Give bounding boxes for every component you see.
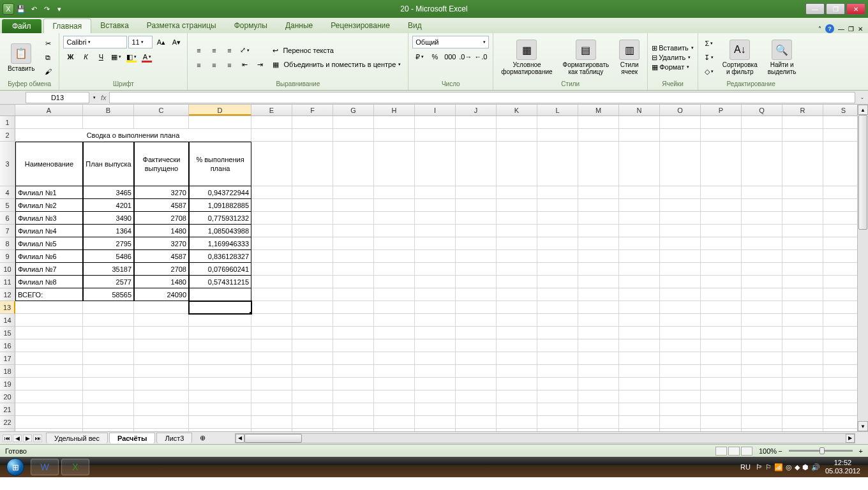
cell-I2[interactable]	[415, 129, 456, 142]
format-cells-button[interactable]: ▦ Формат▾	[652, 63, 694, 71]
cell-K5[interactable]	[497, 199, 537, 212]
cell-F13[interactable]	[292, 301, 333, 314]
cell-O17[interactable]	[660, 352, 701, 365]
cell-H23[interactable]	[374, 429, 415, 431]
zoom-in-icon[interactable]: +	[859, 447, 863, 455]
doc-close-icon[interactable]: ✕	[858, 26, 863, 33]
cell-C22[interactable]	[134, 416, 189, 429]
formula-input[interactable]	[109, 92, 855, 103]
cell-F16[interactable]	[292, 339, 333, 352]
cell-G6[interactable]	[333, 212, 374, 225]
cell-O3[interactable]	[660, 142, 701, 186]
cell-E2[interactable]	[251, 129, 292, 142]
grow-font-icon[interactable]: A▴	[154, 36, 168, 48]
cell-N23[interactable]	[619, 429, 660, 431]
copy-icon[interactable]: ⧉	[41, 51, 55, 64]
name-box[interactable]: D13	[26, 92, 89, 103]
format-painter-icon[interactable]: 🖌	[41, 65, 55, 78]
cell-G16[interactable]	[333, 339, 374, 352]
cell-K15[interactable]	[497, 327, 537, 339]
cell-Q16[interactable]	[742, 339, 782, 352]
cell-K12[interactable]	[497, 288, 537, 301]
cell-R20[interactable]	[782, 390, 823, 403]
cell-A9[interactable]: Филиал №6	[15, 250, 83, 263]
cell-I13[interactable]	[415, 301, 456, 314]
col-header-A[interactable]: A	[15, 105, 83, 115]
doc-minimize-icon[interactable]: —	[838, 26, 844, 33]
cell-J6[interactable]	[456, 212, 497, 225]
cell-Q4[interactable]	[742, 186, 782, 199]
cell-A6[interactable]: Филиал №3	[15, 212, 83, 225]
cell-I1[interactable]	[415, 116, 456, 129]
cell-D15[interactable]	[189, 327, 251, 339]
cell-K3[interactable]	[497, 142, 537, 186]
cell-F21[interactable]	[292, 403, 333, 416]
cell-R16[interactable]	[782, 339, 823, 352]
cell-J1[interactable]	[456, 116, 497, 129]
cell-F6[interactable]	[292, 212, 333, 225]
horizontal-scrollbar[interactable]: ◀ ▶	[235, 433, 855, 443]
cell-G12[interactable]	[333, 288, 374, 301]
fx-icon[interactable]: fx	[101, 94, 107, 101]
cell-G13[interactable]	[333, 301, 374, 314]
cell-P5[interactable]	[701, 199, 742, 212]
cell-C19[interactable]	[134, 378, 189, 390]
cell-H13[interactable]	[374, 301, 415, 314]
cell-Q5[interactable]	[742, 199, 782, 212]
cell-M19[interactable]	[578, 378, 619, 390]
col-header-I[interactable]: I	[415, 105, 456, 115]
cell-M3[interactable]	[578, 142, 619, 186]
cell-R2[interactable]	[782, 129, 823, 142]
cell-O5[interactable]	[660, 199, 701, 212]
cell-B19[interactable]	[83, 378, 134, 390]
cell-A21[interactable]	[15, 403, 83, 416]
cell-Q1[interactable]	[742, 116, 782, 129]
align-left-icon[interactable]: ≡	[191, 59, 206, 71]
minimize-button[interactable]: —	[805, 3, 825, 15]
font-size-select[interactable]: 11▾	[128, 36, 153, 48]
cell-F22[interactable]	[292, 416, 333, 429]
new-sheet-icon[interactable]: ⊕	[196, 434, 209, 442]
cell-B14[interactable]	[83, 314, 134, 327]
cell-E16[interactable]	[251, 339, 292, 352]
cut-icon[interactable]: ✂	[41, 37, 55, 50]
col-header-B[interactable]: B	[83, 105, 134, 115]
cell-P10[interactable]	[701, 263, 742, 276]
excel-icon[interactable]: X	[3, 3, 14, 15]
cell-Q7[interactable]	[742, 225, 782, 237]
italic-button[interactable]: К	[79, 50, 93, 63]
cell-R1[interactable]	[782, 116, 823, 129]
cell-L15[interactable]	[537, 327, 578, 339]
insert-cells-button[interactable]: ⊞ Вставить▾	[652, 44, 694, 52]
cell-A3[interactable]: Наименование	[15, 142, 83, 186]
cell-G23[interactable]	[333, 429, 374, 431]
normal-view-icon[interactable]	[715, 447, 727, 456]
close-button[interactable]: ✕	[846, 3, 865, 15]
cell-P16[interactable]	[701, 339, 742, 352]
cell-O2[interactable]	[660, 129, 701, 142]
cell-G10[interactable]	[333, 263, 374, 276]
spreadsheet-grid[interactable]: ABCDEFGHIJKLMNOPQRS 12345678910111213141…	[0, 105, 868, 431]
cell-F9[interactable]	[292, 250, 333, 263]
cell-D16[interactable]	[189, 339, 251, 352]
tray-clock[interactable]: 12:52 05.03.2012	[825, 459, 860, 475]
wrap-text-button[interactable]: ↩ Перенос текста	[269, 45, 404, 57]
cell-B3[interactable]: План выпуска	[83, 142, 134, 186]
cell-N5[interactable]	[619, 199, 660, 212]
cell-H4[interactable]	[374, 186, 415, 199]
save-icon[interactable]: 💾	[15, 3, 27, 15]
cell-Q8[interactable]	[742, 237, 782, 250]
cell-N15[interactable]	[619, 327, 660, 339]
cell-C14[interactable]	[134, 314, 189, 327]
cell-O1[interactable]	[660, 116, 701, 129]
ribbon-tab-1[interactable]: Вставка	[91, 19, 138, 33]
cell-Q15[interactable]	[742, 327, 782, 339]
cell-F2[interactable]	[292, 129, 333, 142]
cell-L10[interactable]	[537, 263, 578, 276]
row-header-16[interactable]: 16	[0, 339, 15, 352]
row-header-8[interactable]: 8	[0, 237, 15, 250]
page-break-view-icon[interactable]	[741, 447, 752, 456]
cell-O6[interactable]	[660, 212, 701, 225]
cell-L4[interactable]	[537, 186, 578, 199]
align-bottom-icon[interactable]: ≡	[222, 44, 236, 57]
